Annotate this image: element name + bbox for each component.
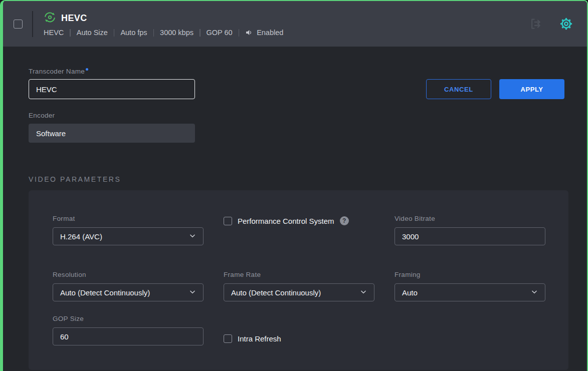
chevron-down-icon <box>360 288 367 297</box>
format-label: Format <box>53 215 204 222</box>
frame-rate-value: Auto (Detect Continuously) <box>231 288 321 297</box>
summary-codec: HEVC <box>44 29 64 37</box>
intra-refresh-label: Intra Refresh <box>238 334 281 343</box>
summary-size: Auto Size <box>77 29 108 37</box>
header-main: HEVC HEVC Auto Size Auto fps 3000 kbps G… <box>44 11 283 37</box>
audio-status: Enabled <box>257 29 283 37</box>
required-marker <box>86 68 88 71</box>
content-area: Transcoder Name CANCEL APPLY Encoder Sof… <box>3 68 587 370</box>
framing-value: Auto <box>402 288 418 297</box>
performance-control-system-label: Performance Control System <box>238 217 334 225</box>
format-value: H.264 (AVC) <box>60 232 102 241</box>
chevron-down-icon <box>189 288 196 297</box>
header-divider <box>32 11 33 37</box>
video-bitrate-input[interactable] <box>395 227 545 245</box>
summary-fps: Auto fps <box>120 29 147 37</box>
chevron-down-icon <box>189 232 196 241</box>
apply-button[interactable]: APPLY <box>499 79 564 99</box>
select-transcoder-checkbox[interactable] <box>14 20 23 29</box>
header-bar: HEVC HEVC Auto Size Auto fps 3000 kbps G… <box>3 1 587 47</box>
summary-separator <box>114 29 115 37</box>
video-parameters-panel: Format H.264 (AVC) Performance Control S… <box>29 190 568 370</box>
help-icon[interactable]: ? <box>340 216 349 225</box>
export-icon[interactable] <box>528 16 543 32</box>
gear-icon[interactable] <box>558 16 574 32</box>
transcoder-summary: HEVC Auto Size Auto fps 3000 kbps GOP 60… <box>44 29 283 37</box>
encoder-value-field[interactable]: Software <box>29 124 195 143</box>
transcoder-name-label: Transcoder Name <box>29 68 195 75</box>
intra-refresh-checkbox[interactable] <box>224 334 232 343</box>
framing-select[interactable]: Auto <box>395 283 545 301</box>
encoder-value: Software <box>36 129 66 138</box>
resolution-label: Resolution <box>53 271 204 278</box>
summary-separator <box>239 29 240 37</box>
frame-rate-select[interactable]: Auto (Detect Continuously) <box>224 283 374 301</box>
format-select[interactable]: H.264 (AVC) <box>53 227 204 245</box>
gop-size-input[interactable] <box>53 327 204 345</box>
summary-separator <box>70 29 71 37</box>
page-title: HEVC <box>61 13 87 24</box>
transcoder-name-input[interactable] <box>29 79 195 99</box>
transcoder-sync-gear-icon <box>44 11 56 26</box>
gop-size-label: GOP Size <box>53 315 204 322</box>
speaker-icon <box>245 29 253 37</box>
video-bitrate-label: Video Bitrate <box>395 215 545 222</box>
summary-separator <box>153 29 154 37</box>
summary-separator <box>200 29 201 37</box>
framing-label: Framing <box>395 271 545 278</box>
encoder-label: Encoder <box>29 112 564 119</box>
performance-control-system-checkbox[interactable] <box>224 217 232 225</box>
video-parameters-section-title: VIDEO PARAMETERS <box>29 175 564 183</box>
resolution-value: Auto (Detect Continuously) <box>60 288 150 297</box>
cancel-button[interactable]: CANCEL <box>426 79 491 99</box>
summary-bitrate: 3000 kbps <box>160 29 193 37</box>
transcoder-card: HEVC HEVC Auto Size Auto fps 3000 kbps G… <box>0 0 588 371</box>
frame-rate-label: Frame Rate <box>224 271 374 278</box>
resolution-select[interactable]: Auto (Detect Continuously) <box>53 283 204 301</box>
summary-gop: GOP 60 <box>207 29 233 37</box>
chevron-down-icon <box>531 288 538 297</box>
